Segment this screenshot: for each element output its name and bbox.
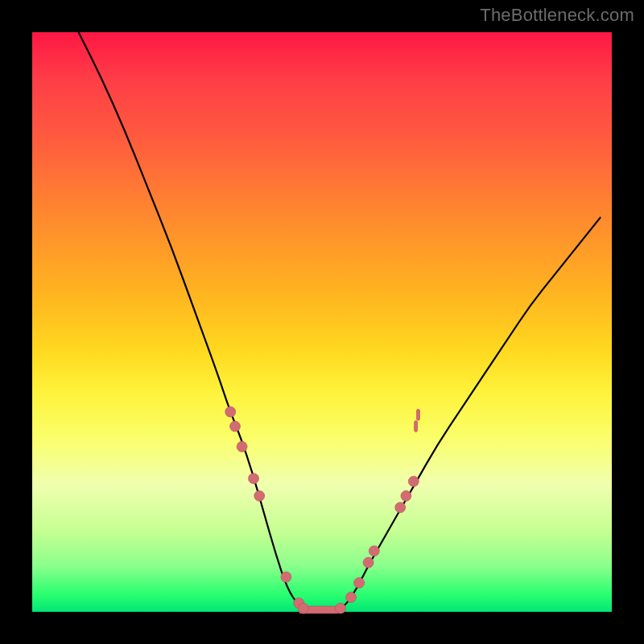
plot-area [32, 32, 612, 612]
axis-tick [415, 421, 418, 432]
data-marker [281, 572, 291, 582]
data-marker [363, 557, 374, 568]
data-marker [354, 578, 365, 588]
data-marker [225, 407, 236, 417]
curve-svg [32, 32, 612, 612]
data-marker [346, 592, 357, 603]
data-marker [230, 421, 241, 431]
data-marker [336, 603, 346, 613]
data-marker [395, 502, 406, 513]
watermark-text: TheBottleneck.com [480, 5, 634, 26]
bottleneck-curve [79, 32, 601, 612]
data-marker [369, 546, 379, 556]
data-marker [299, 603, 309, 613]
outer-frame: TheBottleneck.com [0, 0, 644, 644]
data-marker [408, 477, 419, 487]
data-marker [401, 491, 411, 502]
markers-right-group [336, 477, 419, 614]
data-marker [237, 441, 247, 452]
axis-tick [417, 409, 420, 420]
data-marker [254, 491, 265, 502]
markers-left-group [225, 407, 309, 613]
data-marker [249, 473, 259, 484]
ticks-right-group [415, 409, 420, 431]
